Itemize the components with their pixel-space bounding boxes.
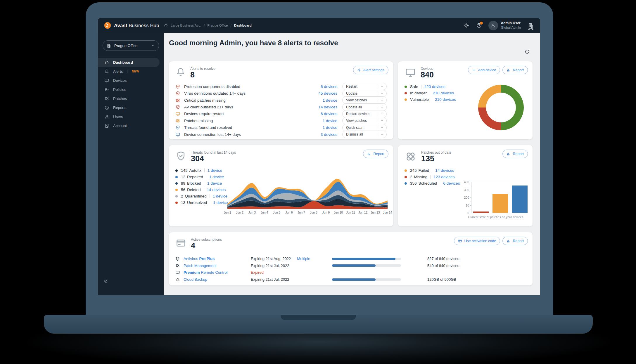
sidebar-item-reports[interactable]: Reports: [98, 103, 160, 112]
legend-dot: [175, 176, 178, 178]
alert-devices-link[interactable]: 3 devices: [321, 132, 337, 137]
legend-label: Blocked: [187, 181, 201, 186]
progress-fill: [332, 264, 376, 267]
subscriptions-card: Active subscriptions 4 Use activation co…: [169, 232, 533, 285]
company-switcher-icon[interactable]: [527, 22, 533, 28]
alert-action-select[interactable]: Restart: [342, 83, 387, 90]
alert-settings-button[interactable]: Alert settings: [353, 66, 388, 74]
alert-action-select[interactable]: View patches: [342, 96, 387, 104]
legend-devices-link[interactable]: 1 device: [213, 194, 227, 198]
legend-dot: [175, 195, 178, 197]
bell-icon: [104, 69, 109, 74]
alert-action-value: Update all: [346, 105, 362, 109]
sidebar-item-policies[interactable]: Policies: [98, 85, 160, 94]
user-menu[interactable]: Admin User Global Admin: [488, 21, 521, 30]
devices-donut-chart: [478, 85, 524, 130]
threats-count: 304: [191, 155, 236, 163]
subscription-name-link[interactable]: Antivirus Pro Plus: [175, 256, 251, 261]
sidebar-item-account[interactable]: Account: [98, 121, 160, 130]
dashboard-cards: Alerts to resolve 8 Alert settings Prote…: [169, 61, 533, 285]
alert-devices-link[interactable]: 1 device: [323, 125, 337, 130]
policies-icon: [104, 87, 109, 92]
user-role: Global Admin: [501, 25, 521, 30]
alert-devices-link[interactable]: 45 devices: [318, 91, 337, 96]
org-selector[interactable]: Prague Office: [103, 40, 159, 51]
legend-devices-link[interactable]: 123 devices: [433, 175, 454, 179]
add-device-button[interactable]: Add device: [468, 66, 500, 74]
use-activation-code-button[interactable]: Use activation code: [454, 237, 500, 245]
laptop-base: [44, 315, 593, 334]
help-icon[interactable]: [476, 22, 482, 28]
report-button[interactable]: Report: [363, 150, 388, 158]
devices-count: 840: [421, 71, 434, 79]
alert-devices-link[interactable]: 1 device: [323, 98, 337, 103]
subscription-name-link[interactable]: Premium Remote Control: [175, 270, 251, 275]
chevron-down-icon: [378, 112, 384, 116]
shield-icon: [175, 150, 186, 162]
sidebar-item-patches[interactable]: Patches: [98, 94, 160, 103]
alert-action-select[interactable]: Quick scan: [342, 124, 387, 131]
breadcrumb-item[interactable]: Large Business Acc.: [171, 24, 201, 27]
chevron-down-icon: [378, 105, 384, 109]
legend-devices-link[interactable]: 6 devices: [443, 181, 460, 186]
alert-devices-link[interactable]: 6 devices: [321, 84, 337, 89]
shield-check-icon: [175, 91, 180, 96]
laptop-body: Avast Business Hub Large Business Acc./P…: [86, 2, 553, 315]
alert-action-select[interactable]: Update all: [342, 103, 387, 111]
sidebar-collapse-button[interactable]: [103, 278, 109, 285]
x-axis-label: Jun 5: [273, 211, 281, 214]
legend-label: Unresolved: [187, 200, 207, 205]
top-actions: Admin User Global Admin: [464, 21, 540, 30]
legend-devices-link[interactable]: 1 device: [213, 200, 228, 205]
legend-count: 2: [181, 194, 183, 198]
alert-devices-link[interactable]: 14 devices: [318, 105, 337, 109]
legend-row: 2Missing123 devices: [405, 174, 526, 180]
legend-dot: [405, 169, 407, 172]
x-axis-label: Jun 4: [261, 211, 268, 214]
home-icon[interactable]: [164, 23, 168, 28]
x-axis-label: Jun 11: [346, 211, 355, 214]
alert-label: Critical patches missing: [184, 98, 226, 103]
alert-devices-link[interactable]: 1 device: [323, 119, 337, 123]
legend-devices-link[interactable]: 420 devices: [424, 84, 445, 89]
breadcrumb-item[interactable]: Dashboard: [234, 24, 252, 27]
legend-devices-link[interactable]: 1 device: [208, 168, 222, 173]
sidebar-item-dashboard[interactable]: Dashboard: [98, 58, 160, 67]
refresh-button[interactable]: [524, 48, 531, 55]
alert-row: Virus definitions outdated 14+ days45 de…: [175, 90, 387, 97]
legend-dot: [175, 169, 178, 172]
gear-icon[interactable]: [464, 22, 470, 28]
legend-devices-link[interactable]: 1 device: [207, 181, 222, 186]
report-button[interactable]: Report: [502, 150, 528, 158]
org-selector-label: Prague Office: [114, 44, 137, 48]
breadcrumb-item[interactable]: Prague Office: [207, 24, 228, 27]
report-button[interactable]: Report: [502, 237, 528, 245]
alert-action-select[interactable]: Restart devices: [342, 110, 387, 118]
legend-devices-link[interactable]: 14 devices: [207, 188, 226, 192]
divider: [430, 175, 431, 179]
monitor-icon: [175, 270, 180, 275]
subscriptions-count: 4: [191, 242, 222, 250]
sidebar-item-alerts[interactable]: AlertsNEW: [98, 67, 160, 76]
alert-row: Device connection lost 14+ days3 devices…: [175, 131, 387, 138]
alert-action-select[interactable]: View patches: [342, 117, 387, 124]
legend-devices-link[interactable]: 210 devices: [435, 97, 456, 102]
report-button[interactable]: Report: [502, 66, 528, 74]
alert-action-select[interactable]: Dismiss all: [342, 131, 387, 138]
sidebar-item-devices[interactable]: Devices: [98, 76, 160, 85]
legend-count: 2: [410, 175, 412, 179]
alert-action-select[interactable]: Update: [342, 90, 387, 97]
subscription-name-link[interactable]: Patch Management: [175, 263, 251, 268]
sidebar-item-users[interactable]: Users: [98, 112, 160, 121]
multiple-link[interactable]: Multiple: [297, 256, 310, 261]
legend-label: Missing: [414, 175, 428, 179]
laptop-notch: [281, 315, 356, 320]
subscription-name-link[interactable]: Cloud Backup: [175, 277, 251, 282]
legend-devices-link[interactable]: 14 devices: [435, 168, 454, 173]
divider: [430, 91, 430, 95]
legend-devices-link[interactable]: 1 device: [209, 175, 224, 179]
legend-devices-link[interactable]: 210 devices: [433, 91, 454, 95]
patch-icon: [104, 96, 109, 101]
alert-devices-link[interactable]: 6 devices: [321, 112, 337, 116]
shield-check-icon: [175, 84, 180, 89]
